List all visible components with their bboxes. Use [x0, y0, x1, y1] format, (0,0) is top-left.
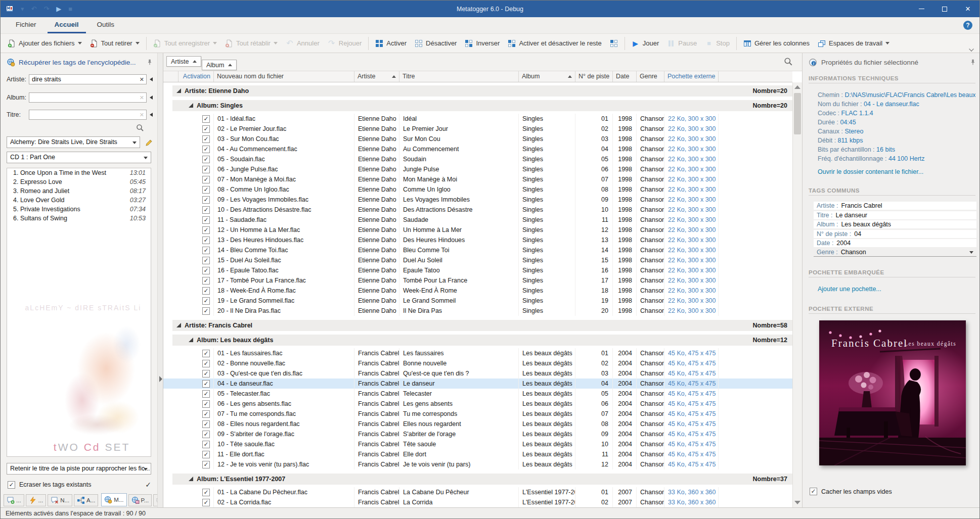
- activation-checkbox[interactable]: ✓: [202, 115, 210, 123]
- table-row[interactable]: ✓06 - Jungle Pulse.flacEtienne DahoJungl…: [163, 164, 792, 174]
- column-header-genre[interactable]: Genre: [637, 71, 664, 82]
- table-row[interactable]: ✓13 - Des Heures Hindoues.flacEtienne Da…: [163, 235, 792, 245]
- external-cover-link[interactable]: 45 Ko, 475 x 475: [664, 459, 719, 469]
- column-header-artiste[interactable]: Artiste: [354, 71, 399, 82]
- activation-checkbox[interactable]: ✓: [202, 135, 210, 143]
- table-row[interactable]: ✓11 - Elle dort.flacFrancis CabrelElle d…: [163, 449, 792, 459]
- external-cover-link[interactable]: 22 Ko, 300 x 300: [664, 306, 719, 316]
- external-cover-link[interactable]: 22 Ko, 300 x 300: [664, 144, 719, 154]
- toolbar-button-ajouter-des-fichiers[interactable]: Ajouter des fichiers: [4, 36, 86, 51]
- external-cover-link[interactable]: 22 Ko, 300 x 300: [664, 225, 719, 235]
- tool-tab-tree[interactable]: A...: [74, 494, 98, 506]
- column-header-date[interactable]: Date: [613, 71, 637, 82]
- toolbar-button-espaces-de-travail[interactable]: Espaces de travail: [814, 36, 894, 51]
- external-cover-link[interactable]: 45 Ko, 475 x 475: [664, 379, 719, 389]
- external-cover-link[interactable]: 45 Ko, 475 x 475: [664, 409, 719, 419]
- qat-stop-icon[interactable]: ■: [68, 5, 72, 13]
- tool-tab-globe-photo[interactable]: P...: [128, 494, 152, 506]
- toolbar-button-pause[interactable]: Pause: [663, 36, 701, 51]
- table-row[interactable]: ✓04 - Au Commencement.flacEtienne DahoAu…: [163, 144, 792, 154]
- toolbar-button-rejouer[interactable]: ↷Rejouer: [324, 36, 366, 51]
- table-row[interactable]: ✓06 - Les gens absents.flacFrancis Cabre…: [163, 399, 792, 409]
- table-row[interactable]: ✓09 - Les Voyages Immobiles.flacEtienne …: [163, 195, 792, 205]
- table-row[interactable]: ✓09 - S'abriter de l'orage.flacFrancis C…: [163, 429, 792, 439]
- table-row[interactable]: ✓07 - Mon Manège à Moi.flacEtienne DahoM…: [163, 174, 792, 184]
- toolbar-button-stop[interactable]: ■Stop: [701, 36, 734, 51]
- pin-icon[interactable]: [969, 59, 976, 66]
- activation-checkbox[interactable]: ✓: [202, 370, 210, 378]
- open-folder-link[interactable]: Ouvrir le dossier contenant le fichier..…: [818, 168, 923, 175]
- match-mode-select[interactable]: Retenir le titre de la piste pour rappro…: [7, 463, 151, 475]
- column-header-pochette-externe[interactable]: Pochette externe: [664, 71, 719, 82]
- tab-fichier[interactable]: Fichier: [9, 17, 43, 33]
- table-row[interactable]: ✓15 - Duel Au Soleil.flacEtienne DahoDue…: [163, 255, 792, 265]
- external-cover-link[interactable]: 45 Ko, 475 x 475: [664, 358, 719, 368]
- clear-icon[interactable]: ✕: [140, 111, 144, 118]
- activation-checkbox[interactable]: ✓: [202, 146, 210, 153]
- external-cover-link[interactable]: 22 Ko, 300 x 300: [664, 114, 719, 124]
- activation-checkbox[interactable]: ✓: [202, 489, 210, 496]
- table-row[interactable]: ✓17 - Tombé Pour La France.flacEtienne D…: [163, 275, 792, 286]
- grid-search-icon[interactable]: [784, 57, 794, 67]
- activation-checkbox[interactable]: ✓: [202, 350, 210, 357]
- table-row[interactable]: ✓10 - Tête saoule.flacFrancis CabrelTête…: [163, 439, 792, 449]
- toolbar-button-desactiver[interactable]: Désactiver: [411, 36, 461, 51]
- table-row[interactable]: ✓08 - Elles nous regardent.flacFrancis C…: [163, 419, 792, 429]
- external-cover-link[interactable]: 45 Ko, 475 x 475: [664, 389, 719, 399]
- external-cover-link[interactable]: 22 Ko, 300 x 300: [664, 124, 719, 134]
- table-row[interactable]: ✓14 - Bleu Comme Toi.flacEtienne DahoBle…: [163, 245, 792, 255]
- tag-field-album[interactable]: Album :Les beaux dégâts: [814, 220, 976, 228]
- release-select[interactable]: Alchemy: Dire Straits Live, Dire Straits: [7, 136, 140, 148]
- activation-checkbox[interactable]: ✓: [202, 206, 210, 214]
- group-chip-album[interactable]: Album: [202, 60, 237, 70]
- disc-select[interactable]: CD 1 : Part One: [7, 152, 151, 163]
- scrollbar-thumb[interactable]: [794, 93, 801, 134]
- external-cover-link[interactable]: 22 Ko, 300 x 300: [664, 265, 719, 275]
- table-row[interactable]: ✓01 - Idéal.flacEtienne DahoIdéalSingles…: [163, 114, 792, 124]
- collapse-panel-icon[interactable]: [159, 376, 162, 382]
- external-cover-link[interactable]: 22 Ko, 300 x 300: [664, 286, 719, 296]
- table-row[interactable]: ✓02 - Bonne nouvelle.flacFrancis CabrelB…: [163, 358, 792, 368]
- tag-field-n-de-piste[interactable]: N° de piste :04: [814, 230, 976, 238]
- activation-checkbox[interactable]: ✓: [202, 390, 210, 398]
- close-button[interactable]: ✕: [956, 1, 979, 17]
- external-cover-link[interactable]: 22 Ko, 300 x 300: [664, 235, 719, 245]
- table-row[interactable]: ✓20 - Il Ne Dira Pas.flacEtienne DahoIl …: [163, 306, 792, 316]
- activation-checkbox[interactable]: ✓: [202, 237, 210, 244]
- toolbar-button-annuler[interactable]: ↶Annuler: [282, 36, 324, 51]
- clear-icon[interactable]: ✕: [140, 94, 144, 101]
- app-logo-icon[interactable]: [6, 5, 14, 13]
- table-row[interactable]: ✓18 - Week-End À Rome.flacEtienne DahoWe…: [163, 286, 792, 296]
- qat-redo-icon[interactable]: ↷: [43, 5, 49, 13]
- toolbar-button-grid-one[interactable]: [606, 36, 622, 51]
- activation-checkbox[interactable]: ✓: [202, 441, 210, 448]
- column-header-nouveau-nom-du-fichier[interactable]: Nouveau nom du fichier: [214, 71, 354, 82]
- toolbar-button-tout-retablir[interactable]: Tout rétablir: [221, 36, 282, 51]
- table-row[interactable]: ✓08 - Comme Un Igloo.flacEtienne DahoCom…: [163, 184, 792, 195]
- expander-icon[interactable]: [176, 87, 181, 95]
- track-item[interactable]: 2. Expresso Love05:45: [7, 177, 151, 186]
- tag-field-titre[interactable]: Titre :Le danseur: [814, 211, 976, 219]
- activation-checkbox[interactable]: ✓: [202, 257, 210, 264]
- activation-checkbox[interactable]: ✓: [202, 420, 210, 428]
- expander-icon[interactable]: [176, 322, 181, 329]
- table-row[interactable]: ✓05 - Telecaster.flacFrancis CabrelTelec…: [163, 389, 792, 399]
- expander-icon[interactable]: [189, 102, 193, 109]
- column-header-n-de-piste[interactable]: N° de piste: [575, 71, 613, 82]
- track-item[interactable]: 1. Once Upon a Time in the West13:01: [7, 168, 151, 177]
- activation-checkbox[interactable]: ✓: [202, 267, 210, 274]
- external-cover-link[interactable]: 45 Ko, 475 x 475: [664, 439, 719, 449]
- external-cover-link[interactable]: 22 Ko, 300 x 300: [664, 255, 719, 265]
- scroll-up-icon[interactable]: [794, 85, 800, 89]
- expander-icon[interactable]: [189, 337, 193, 344]
- toolbar-button-tout-retirer[interactable]: Tout retirer: [86, 36, 144, 51]
- table-row[interactable]: ✓05 - Soudain.flacEtienne DahoSoudainSin…: [163, 154, 792, 164]
- maximize-button[interactable]: [933, 1, 956, 17]
- pin-icon[interactable]: [146, 59, 153, 66]
- activation-checkbox[interactable]: ✓: [202, 410, 210, 418]
- group-row-album-singles[interactable]: Album: SinglesNombre=20: [172, 100, 792, 111]
- toolbar-button-gerer-les-colonnes[interactable]: Gérer les colonnes: [739, 36, 814, 51]
- external-cover-link[interactable]: 22 Ko, 300 x 300: [664, 296, 719, 306]
- column-header-titre[interactable]: Titre: [399, 71, 519, 82]
- table-row[interactable]: ✓02 - La Corrida.flacFrancis CabrelLa Co…: [163, 497, 792, 507]
